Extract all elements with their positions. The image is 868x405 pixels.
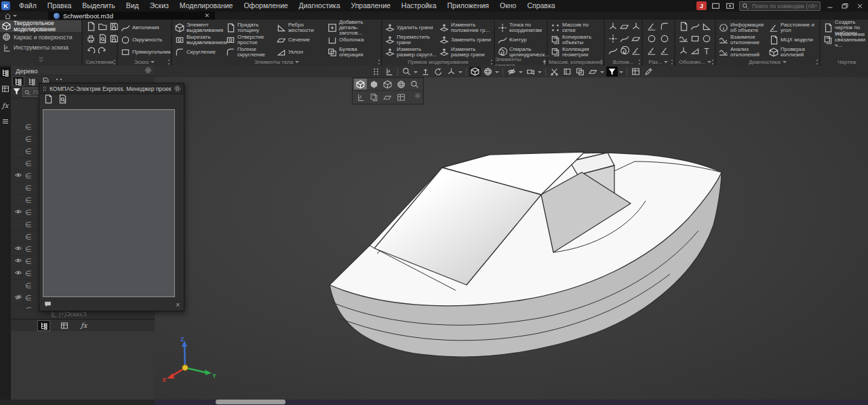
display-mode-button[interactable] (482, 66, 494, 77)
ribbon-button-point[interactable]: Точка по координатам (498, 22, 547, 34)
mode-tab-Каркас и поверхности[interactable]: Каркас и поверхности (0, 32, 81, 43)
ribbon-button-rect[interactable]: Прямоугольник (121, 46, 171, 58)
ribbon-button-aux-surface[interactable] (631, 34, 641, 46)
menu-Правка[interactable]: Правка (42, 0, 77, 12)
group-grip[interactable] (712, 60, 713, 64)
drag-grip-icon[interactable] (42, 85, 47, 92)
view-shaded-button[interactable] (354, 79, 367, 90)
ribbon-button-circle[interactable]: Окружность (121, 34, 171, 46)
doc-button[interactable] (395, 92, 408, 102)
ribbon-button-slope[interactable]: Уклон (277, 46, 326, 58)
ribbon-button-extrude[interactable]: Элемент выдавливания (175, 22, 224, 34)
document-tab-close-icon[interactable]: ✕ (204, 12, 210, 19)
zoom-button[interactable] (401, 66, 412, 77)
message-bubble-icon[interactable] (43, 299, 52, 311)
ribbon-button-contour[interactable]: Контур (498, 34, 547, 46)
ribbon-button-print[interactable] (86, 34, 96, 46)
ribbon-button-add-part[interactable]: Добавить деталь-заготов... (328, 22, 377, 34)
ribbon-button-face-delete[interactable]: Удалить грани (385, 22, 438, 34)
ribbon-button-collision[interactable]: Проверка коллизий (769, 46, 818, 58)
menu-Моделирование[interactable]: Моделирование (174, 0, 239, 12)
ribbon-button-boolean[interactable]: Булева операция (328, 46, 377, 58)
ribbon-button-open-doc[interactable] (98, 22, 107, 34)
section-button[interactable] (549, 66, 560, 77)
plane-button[interactable] (381, 92, 394, 102)
filter-funnel-icon[interactable] (12, 86, 21, 98)
ribbon-button-redo[interactable] (98, 46, 107, 58)
ribbon-button-axis-mark[interactable] (679, 46, 688, 58)
sketch-button[interactable] (354, 92, 367, 102)
group-grip[interactable] (491, 60, 492, 64)
ribbon-button-rib[interactable]: Ребро жесткости (277, 22, 326, 34)
ribbon-button-marker[interactable] (702, 34, 711, 46)
screen-mode-icon[interactable] (725, 1, 735, 10)
menu-Настройка[interactable]: Настройка (396, 0, 442, 12)
visibility-eye-icon[interactable] (14, 255, 22, 267)
menu-Приложения[interactable]: Приложения (442, 0, 494, 12)
group-caret-icon[interactable] (783, 61, 787, 65)
manager-close-icon[interactable]: × (176, 301, 180, 309)
tree-view-sequence-button[interactable] (26, 77, 37, 85)
table-panel-icon[interactable] (1, 84, 10, 94)
group-grip[interactable] (114, 60, 115, 64)
ribbon-button-datum[interactable] (702, 22, 711, 34)
menu-Файл[interactable]: Файл (14, 0, 42, 12)
select-project-button[interactable] (58, 94, 67, 107)
visibility-eye-icon[interactable] (14, 170, 22, 182)
project-list[interactable] (43, 109, 175, 297)
group-caret-icon[interactable] (664, 61, 668, 65)
model-viewport[interactable] (155, 66, 868, 405)
manager-panel-header[interactable]: КОМПАС-Электрик Express. Менеджер проект… (39, 83, 184, 94)
mini-toolbar-gear-icon[interactable] (414, 90, 421, 102)
ribbon-button-face-replace[interactable]: Заменить грани (439, 34, 492, 46)
dropdown-caret-icon[interactable] (458, 71, 462, 75)
hidden-eye-icon[interactable] (14, 292, 22, 304)
menu-Эскиз[interactable]: Эскиз (144, 0, 174, 12)
menu-Справка[interactable]: Справка (521, 0, 560, 12)
ribbon-button-face-pos[interactable]: Изменить положение гр... (439, 22, 492, 34)
ribbon-button-thickness[interactable]: Придать толщину (226, 22, 275, 34)
ribbon-button-aux-dim[interactable] (631, 46, 641, 58)
ribbon-button-aux-spiral[interactable] (620, 46, 629, 58)
ribbon-button-cut[interactable]: Вырезать выдавливанием (175, 34, 224, 46)
tree-settings-gear-icon[interactable] (144, 64, 152, 77)
group-grip[interactable] (671, 60, 673, 64)
mode-tab-Инструменты эскиза[interactable]: Инструменты эскиза (0, 43, 81, 54)
ribbon-button-aux-line[interactable] (608, 46, 618, 58)
menu-Управление[interactable]: Управление (345, 0, 395, 12)
frame-button[interactable] (561, 66, 573, 77)
quick-launch-button[interactable]: J (696, 1, 707, 10)
shading-button[interactable] (469, 66, 481, 77)
collapse-ribbon-chevron-icon[interactable] (37, 54, 45, 66)
ribbon-button-undo[interactable] (86, 46, 96, 58)
menu-Окно[interactable]: Окно (494, 0, 521, 12)
menu-Выделить[interactable]: Выделить (77, 0, 120, 12)
close-button[interactable] (854, 1, 865, 10)
ribbon-button-dim-linear[interactable] (647, 22, 656, 34)
ribbon-button-copy[interactable]: Копировать объекты (551, 34, 602, 46)
ribbon-button-construction-axis[interactable] (608, 22, 618, 34)
ribbon-button-hole[interactable]: Отверстие простое (226, 34, 275, 46)
ribbon-button-dim-chain[interactable] (647, 46, 656, 58)
ribbon-button-tolerance[interactable] (690, 34, 700, 46)
ribbon-button-fillet[interactable]: Полное скругление (226, 46, 275, 58)
manager-gear-icon[interactable] (174, 83, 181, 95)
ribbon-button-roughness[interactable] (679, 34, 688, 46)
orient-top-button[interactable] (420, 66, 431, 77)
app-logo-icon[interactable]: K (1, 1, 10, 10)
toolbar-grip[interactable] (370, 66, 382, 77)
group-caret-icon[interactable] (295, 61, 299, 65)
ribbon-button-face-size[interactable]: Изменить размер грани (439, 46, 492, 58)
tree-panel-icon[interactable] (1, 68, 10, 77)
dropdown-caret-icon[interactable] (519, 71, 523, 75)
bottom-tab-table[interactable] (58, 321, 70, 330)
ribbon-button-dim-angular[interactable] (660, 22, 669, 34)
view-wireframe-button[interactable] (381, 79, 394, 90)
ribbon-button-dim-base[interactable] (660, 46, 669, 58)
tree-view-structure-button[interactable] (13, 77, 24, 85)
zoom-area-button[interactable] (408, 79, 421, 90)
panel-button[interactable] (630, 66, 642, 77)
group-caret-icon[interactable] (707, 61, 711, 65)
variables-panel-icon[interactable] (1, 100, 10, 110)
ribbon-button-construction-plane[interactable] (620, 22, 629, 34)
